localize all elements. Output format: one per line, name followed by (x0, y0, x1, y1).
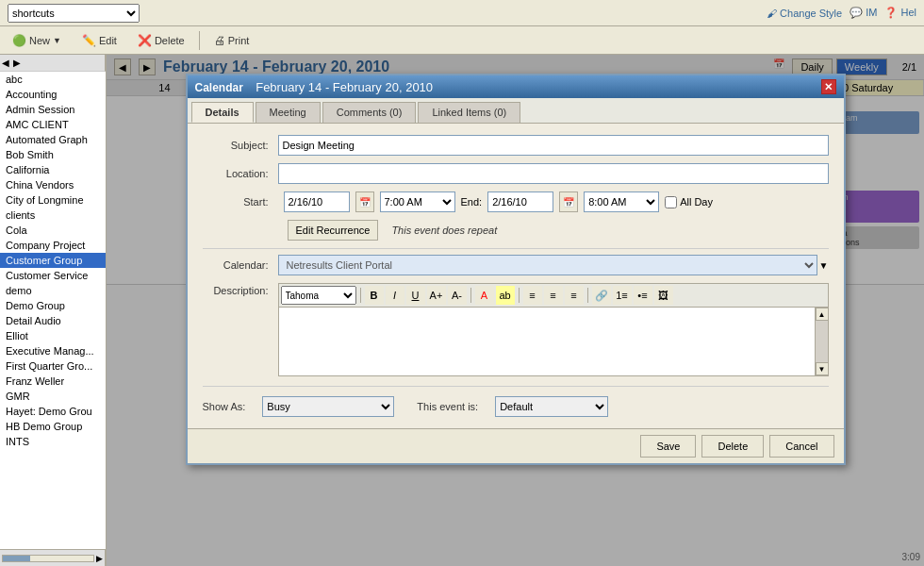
dialog-close-button[interactable]: ✕ (821, 79, 836, 94)
calendar-dialog: Calendar February 14 - February 20, 2010… (186, 74, 846, 465)
end-date-input[interactable] (487, 191, 553, 212)
sidebar-item-customer-service[interactable]: Customer Service (0, 268, 106, 283)
sidebar-item-city-longmine[interactable]: City of Longmine (0, 192, 106, 208)
tab-linked-items[interactable]: Linked Items (0) (418, 102, 520, 123)
sidebar-item-california[interactable]: California (0, 162, 106, 177)
sidebar-item-hayet[interactable]: Hayet: Demo Grou (0, 404, 106, 419)
sidebar-item-first-quarter[interactable]: First Quarter Gro... (0, 358, 106, 374)
rte-ordered-list-btn[interactable]: 1≡ (613, 286, 632, 305)
rte-align-left-btn[interactable]: ≡ (523, 286, 542, 305)
start-time-select[interactable]: 7:00 AM (380, 191, 455, 212)
sidebar-scroll-right-btn[interactable]: ▶ (96, 554, 103, 563)
start-label: Start: (203, 196, 278, 208)
sidebar-item-admin-session[interactable]: Admin Session (0, 102, 106, 117)
sidebar-item-gmr[interactable]: GMR (0, 389, 106, 404)
sidebar-item-demo[interactable]: demo (0, 283, 106, 298)
end-date-picker-btn[interactable]: 📅 (559, 191, 578, 212)
sidebar-item-amc-client[interactable]: AMC CLIENT (0, 117, 106, 132)
location-input[interactable] (278, 163, 829, 184)
sidebar-item-hb-demo[interactable]: HB Demo Group (0, 419, 106, 434)
sidebar-item-customer-group[interactable]: Customer Group (0, 253, 106, 268)
rte-font-color-btn[interactable]: A (475, 286, 494, 305)
cancel-button[interactable]: Cancel (769, 435, 833, 458)
new-dropdown-icon[interactable]: ▼ (53, 36, 61, 45)
tab-details[interactable]: Details (191, 102, 254, 123)
event-is-select[interactable]: Default (495, 396, 608, 417)
rte-sep-1 (360, 288, 361, 303)
print-button[interactable]: 🖨 Print (206, 31, 258, 50)
description-editor: Tahoma B I U A+ A- A ab (278, 283, 829, 376)
edit-recurrence-button[interactable]: Edit Recurrence (288, 220, 379, 241)
im-link[interactable]: 💬 IM (850, 7, 877, 19)
rte-link-btn[interactable]: 🔗 (592, 286, 611, 305)
sidebar-item-franz-weller[interactable]: Franz Weller (0, 374, 106, 389)
sidebar-item-elliot[interactable]: Elliot (0, 328, 106, 343)
rte-scrollbar[interactable]: ▲ ▼ (815, 308, 828, 375)
delete-button[interactable]: ❌ Delete (129, 31, 193, 50)
sidebar-nav-right[interactable]: ▶ (13, 58, 21, 68)
sidebar-item-detail-audio[interactable]: Detail Audio (0, 313, 106, 328)
sidebar-item-cola[interactable]: Cola (0, 223, 106, 238)
tab-comments[interactable]: Comments (0) (322, 102, 417, 123)
calendar-select[interactable]: Netresults Client Portal (278, 255, 817, 275)
sidebar-item-ints[interactable]: INTS (0, 434, 106, 449)
dialog-content: Subject: Location: Start: 📅 7 (188, 124, 844, 428)
sidebar: ◀ ▶ abc Accounting Admin Session AMC CLI… (0, 55, 107, 566)
sidebar-item-executive-manag[interactable]: Executive Manag... (0, 343, 106, 358)
sidebar-item-bob-smith[interactable]: Bob Smith (0, 147, 106, 162)
sidebar-nav-left[interactable]: ◀ (2, 58, 9, 68)
delete-icon: ❌ (138, 34, 152, 47)
rte-image-btn[interactable]: 🖼 (654, 286, 673, 305)
start-date-picker-btn[interactable]: 📅 (355, 191, 374, 212)
dialog-date-range: February 14 - February 20, 2010 (256, 80, 433, 94)
sidebar-scrollbar[interactable] (2, 555, 94, 562)
allday-label: All Day (665, 196, 713, 208)
rte-align-right-btn[interactable]: ≡ (565, 286, 584, 305)
rte-scroll-up-btn[interactable]: ▲ (816, 308, 829, 321)
description-row: Description: Tahoma B I U (203, 283, 829, 376)
sidebar-item-company-project[interactable]: Company Project (0, 238, 106, 253)
show-as-select[interactable]: Busy (262, 396, 394, 417)
rte-highlight-btn[interactable]: ab (496, 286, 515, 305)
tab-meeting[interactable]: Meeting (256, 102, 321, 123)
rte-unordered-list-btn[interactable]: •≡ (634, 286, 652, 305)
calendar-label: Calendar: (203, 259, 278, 271)
delete-button[interactable]: Delete (701, 435, 764, 458)
dialog-tabs: Details Meeting Comments (0) Linked Item… (188, 98, 844, 124)
calendar-dropdown-icon[interactable]: ▼ (819, 260, 829, 271)
sidebar-item-clients[interactable]: clients (0, 208, 106, 223)
shortcuts-select[interactable]: shortcuts (8, 4, 140, 23)
start-date-input[interactable] (284, 191, 350, 212)
allday-checkbox[interactable] (665, 196, 677, 208)
main-toolbar: 🟢 New ▼ ✏️ Edit ❌ Delete 🖨 Print (0, 26, 924, 55)
rte-sep-2 (470, 288, 471, 303)
edit-button[interactable]: ✏️ Edit (74, 31, 125, 50)
location-row: Location: (203, 163, 829, 184)
new-button[interactable]: 🟢 New ▼ (4, 31, 70, 50)
rte-font-size-down-btn[interactable]: A- (448, 286, 467, 305)
sidebar-item-abc[interactable]: abc (0, 72, 106, 87)
rte-font-size-up-btn[interactable]: A+ (427, 286, 446, 305)
location-label: Location: (203, 168, 278, 179)
rte-scroll-down-btn[interactable]: ▼ (816, 362, 829, 375)
calendar-row: Calendar: Netresults Client Portal ▼ (203, 255, 829, 275)
end-time-select[interactable]: 8:00 AM (584, 191, 659, 212)
save-button[interactable]: Save (640, 435, 696, 458)
sidebar-item-automated-graph[interactable]: Automated Graph (0, 132, 106, 147)
rte-align-center-btn[interactable]: ≡ (544, 286, 563, 305)
rte-italic-btn[interactable]: I (386, 286, 404, 305)
rte-toolbar: Tahoma B I U A+ A- A ab (278, 283, 829, 307)
rte-font-select[interactable]: Tahoma (281, 286, 356, 305)
recurrence-row: Edit Recurrence This event does repeat (203, 220, 829, 241)
subject-input[interactable] (278, 135, 829, 156)
description-textarea[interactable] (279, 308, 828, 374)
start-end-row: Start: 📅 7:00 AM End: 📅 8:00 AM (203, 191, 829, 212)
sidebar-item-china-vendors[interactable]: China Vendors (0, 177, 106, 192)
change-style-link[interactable]: 🖌 Change Style (767, 8, 842, 19)
rte-underline-btn[interactable]: U (406, 286, 425, 305)
subject-row: Subject: (203, 135, 829, 156)
rte-bold-btn[interactable]: B (365, 286, 384, 305)
sidebar-item-accounting[interactable]: Accounting (0, 87, 106, 102)
sidebar-item-demo-group[interactable]: Demo Group (0, 298, 106, 313)
help-link[interactable]: ❓ Hel (884, 7, 916, 19)
